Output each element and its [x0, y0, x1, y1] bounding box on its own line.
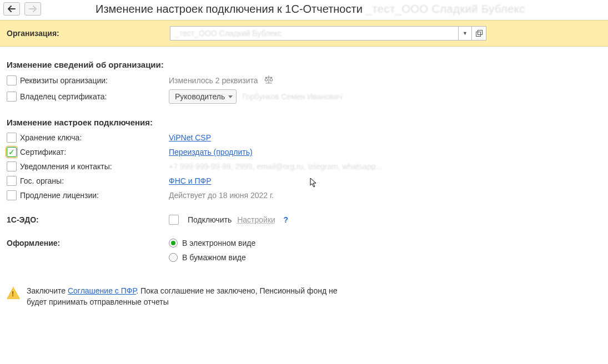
nav-back-button[interactable] [3, 2, 20, 16]
edo-label: 1С-ЭДО: [7, 215, 39, 224]
key-storage-link[interactable]: ViPNet CSP [169, 133, 211, 142]
warning-icon [7, 287, 20, 299]
key-storage-checkbox[interactable] [7, 133, 17, 143]
organization-value-blurred: _тест_ООО Сладкий Бублекс [175, 29, 282, 38]
nav-forward-button [24, 2, 41, 16]
edo-settings-link[interactable]: Настройки [237, 215, 275, 224]
certificate-link[interactable]: Переиздать (продлить) [169, 148, 253, 156]
certificate-label: Сертификат: [20, 148, 66, 156]
section-connection-title: Изменение настроек подключения: [7, 118, 601, 127]
owner-role-dropdown[interactable]: Руководитель [169, 89, 237, 104]
design-electronic-label: В электронном виде [182, 239, 255, 247]
design-label: Оформление: [7, 239, 60, 247]
scales-icon [264, 74, 274, 86]
edo-connect-checkbox[interactable] [169, 215, 179, 225]
help-icon[interactable]: ? [281, 215, 291, 225]
svg-rect-1 [478, 31, 482, 35]
owner-role-label: Руководитель [175, 92, 225, 101]
notifications-value-blurred: +7 999-999-99-99, 2999, email@org.ru, te… [169, 162, 384, 171]
owner-name-blurred: Горбунков Семен Иванович [242, 92, 342, 101]
owner-checkbox[interactable] [7, 92, 17, 102]
organization-open-button[interactable] [472, 26, 486, 41]
design-electronic-radio[interactable] [169, 239, 178, 247]
organization-dropdown-button[interactable]: ▼ [459, 26, 472, 41]
design-paper-radio[interactable] [169, 253, 178, 262]
requisites-checkbox[interactable] [7, 75, 17, 85]
design-paper-label: В бумажном виде [182, 253, 246, 262]
requisites-label: Реквизиты организации: [20, 76, 108, 85]
svg-rect-0 [476, 32, 480, 37]
edo-connect-label: Подключить [188, 215, 232, 224]
owner-label: Владелец сертификата: [20, 92, 107, 101]
footer-warning-text: Заключите Соглашение с ПФР. Пока соглаше… [27, 286, 338, 307]
open-external-icon [476, 30, 483, 37]
license-value: Действует до 18 июня 2022 г. [169, 191, 274, 200]
key-storage-label: Хранение ключа: [20, 133, 82, 142]
gov-link[interactable]: ФНС и ПФР [169, 176, 212, 185]
pfr-agreement-link[interactable]: Соглашение с ПФР [68, 286, 136, 295]
organization-input[interactable]: _тест_ООО Сладкий Бублекс [170, 26, 459, 41]
gov-checkbox[interactable] [7, 176, 17, 186]
page-title: Изменение настроек подключения к 1С-Отче… [96, 3, 363, 16]
section-org-changes-title: Изменение сведений об организации: [7, 60, 601, 69]
gov-label: Гос. органы: [20, 176, 64, 185]
notifications-label: Уведомления и контакты: [20, 162, 112, 171]
license-label: Продление лицензии: [20, 191, 99, 200]
license-checkbox[interactable] [7, 190, 17, 200]
certificate-checkbox[interactable]: ✓ [7, 147, 17, 157]
organization-label: Организация: [7, 29, 170, 38]
organization-bar: Организация: _тест_ООО Сладкий Бублекс ▼ [0, 20, 608, 47]
notifications-checkbox[interactable] [7, 161, 17, 171]
requisites-status: Изменилось 2 реквизита [169, 76, 258, 85]
arrow-right-icon [29, 6, 37, 12]
arrow-left-icon [8, 6, 16, 12]
page-title-org-blurred: _тест_ООО Сладкий Бублекс [366, 3, 525, 16]
